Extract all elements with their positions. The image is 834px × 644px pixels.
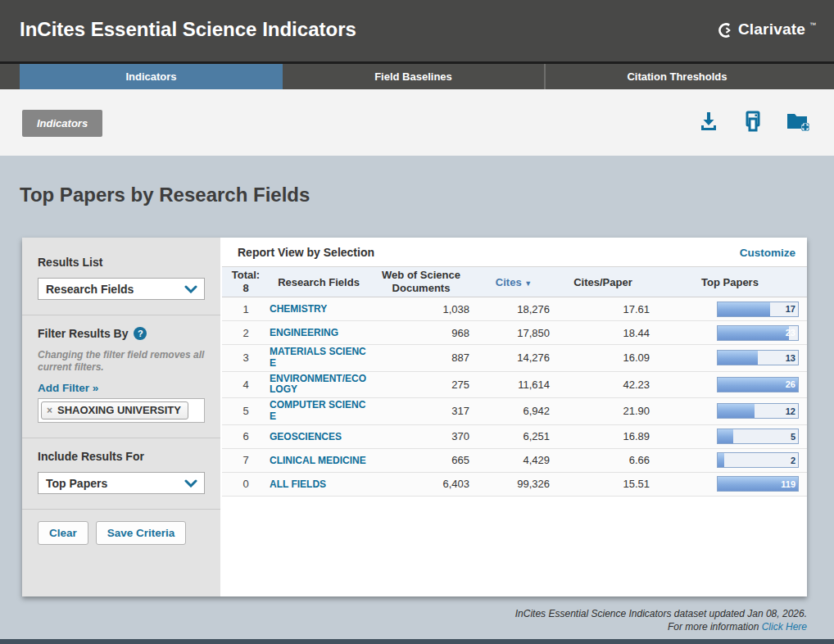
page-title: Top Papers by Research Fields <box>20 184 310 206</box>
wos-documents-value: 317 <box>368 405 474 417</box>
filter-tag: × SHAOXING UNIVERSITY <box>41 401 188 420</box>
cites-per-paper-value: 16.09 <box>553 351 653 364</box>
top-papers-bar: 13 <box>717 350 799 365</box>
click-here-link[interactable]: Click Here <box>762 621 807 633</box>
row-rank: 0 <box>222 478 270 490</box>
row-rank: 7 <box>222 454 270 466</box>
toolbar-actions <box>696 109 809 134</box>
results-list-label: Results List <box>38 256 205 269</box>
cites-value: 11,614 <box>474 379 553 391</box>
save-criteria-button[interactable]: Save Criteria <box>96 521 187 545</box>
research-field-link[interactable]: CLINICAL MEDICINE <box>270 456 366 467</box>
include-results-label: Include Results For <box>38 450 205 463</box>
remove-filter-icon[interactable]: × <box>47 406 52 415</box>
breadcrumb-indicators[interactable]: Indicators <box>22 110 102 137</box>
top-papers-bar-fill <box>718 326 789 340</box>
cites-value: 14,276 <box>474 351 553 364</box>
research-field-link[interactable]: MATERIALS SCIENCE <box>270 347 368 370</box>
wos-documents-value: 275 <box>368 379 474 391</box>
dataset-updated-text: InCites Essential Science Indicators dat… <box>515 607 807 620</box>
research-field-link[interactable]: ALL FIELDS <box>270 479 326 491</box>
top-papers-bar: 17 <box>717 302 799 317</box>
tab-indicators[interactable]: Indicators <box>20 64 283 89</box>
table-row: 2 ENGINEERING 968 17,850 18.44 23 <box>222 321 807 345</box>
top-papers-value: 5 <box>791 432 795 442</box>
top-papers-value: 23 <box>786 328 795 338</box>
active-filters-box: × SHAOXING UNIVERSITY <box>38 398 205 423</box>
table-row: 3 MATERIALS SCIENCE 887 14,276 16.09 13 <box>222 345 807 372</box>
row-rank: 3 <box>222 351 270 364</box>
column-wos-documents: Web of Science Documents <box>368 269 474 296</box>
content-card: Results List Research Fields Filter Resu… <box>22 238 807 596</box>
top-papers-bar: 23 <box>717 325 799 341</box>
column-research-fields: Research Fields <box>270 276 368 288</box>
app-title: InCites Essential Science Indicators <box>20 18 356 41</box>
filter-section: Filter Results By ? Changing the filter … <box>22 315 220 438</box>
cites-per-paper-value: 6.66 <box>553 454 653 466</box>
clear-button[interactable]: Clear <box>38 521 88 545</box>
app-header: InCites Essential Science Indicators Cla… <box>0 0 834 61</box>
top-papers-bar: 12 <box>717 403 799 419</box>
filter-sidebar: Results List Research Fields Filter Resu… <box>22 238 222 596</box>
table-row: 0 ALL FIELDS 6,403 99,326 15.51 119 <box>222 473 807 497</box>
research-field-link[interactable]: ENVIRONMENT/ECOLOGY <box>270 374 368 397</box>
include-results-select[interactable]: Top Papers <box>38 472 205 494</box>
column-top-papers: Top Papers <box>653 276 807 288</box>
top-papers-bar-fill <box>718 429 733 443</box>
tab-citation-thresholds[interactable]: Citation Thresholds <box>546 64 809 89</box>
results-list-selected: Research Fields <box>46 283 134 296</box>
table-row: 1 CHEMISTRY 1,038 18,276 17.61 17 <box>222 297 807 321</box>
column-cites-per-paper: Cites/Paper <box>553 276 653 288</box>
top-papers-bar: 2 <box>717 452 799 468</box>
top-papers-value: 2 <box>791 456 795 465</box>
wos-documents-value: 968 <box>368 327 474 339</box>
cites-value: 4,429 <box>474 454 553 466</box>
top-papers-bar-fill <box>718 302 770 316</box>
filter-tag-label: SHAOXING UNIVERSITY <box>57 404 181 416</box>
sort-desc-icon: ▼ <box>524 279 532 288</box>
top-papers-bar: 119 <box>717 476 799 492</box>
bottom-strip <box>0 639 834 644</box>
row-rank: 2 <box>222 327 270 339</box>
column-cites-sortable[interactable]: Cites ▼ <box>474 276 553 288</box>
cites-per-paper-value: 16.89 <box>553 430 653 442</box>
cites-value: 6,942 <box>474 405 553 417</box>
customize-link[interactable]: Customize <box>740 247 795 259</box>
row-rank: 1 <box>222 303 270 315</box>
research-field-link[interactable]: GEOSCIENCES <box>270 432 342 443</box>
clarivate-logo: Clarivate ™ <box>718 20 816 42</box>
row-rank: 5 <box>222 405 270 417</box>
top-papers-bar-fill <box>718 404 755 418</box>
results-list-section: Results List Research Fields <box>22 238 220 315</box>
cites-per-paper-value: 21.90 <box>553 405 653 417</box>
help-icon[interactable]: ? <box>134 327 147 340</box>
toolbar: Indicators <box>0 89 834 156</box>
top-papers-value: 13 <box>786 353 795 363</box>
research-field-link[interactable]: CHEMISTRY <box>270 304 327 315</box>
wos-documents-value: 6,403 <box>368 478 474 490</box>
top-papers-bar: 5 <box>717 429 799 444</box>
download-icon[interactable] <box>696 109 721 134</box>
folder-add-icon[interactable] <box>785 109 809 134</box>
research-field-link[interactable]: ENGINEERING <box>270 328 338 339</box>
wos-documents-value: 370 <box>368 430 474 442</box>
criteria-buttons-section: Clear Save Criteria <box>22 509 220 560</box>
dataset-footer: InCites Essential Science Indicators dat… <box>515 607 807 633</box>
research-field-link[interactable]: COMPUTER SCIENCE <box>270 400 368 423</box>
report-view-title: Report View by Selection <box>238 246 374 259</box>
cites-per-paper-value: 17.61 <box>553 303 653 315</box>
more-info-text: For more information <box>668 621 759 633</box>
cites-value: 99,326 <box>474 478 553 490</box>
print-icon[interactable] <box>741 109 765 134</box>
table-row: 4 ENVIRONMENT/ECOLOGY 275 11,614 42.23 2… <box>222 372 807 399</box>
brand-name: Clarivate <box>738 20 805 39</box>
report-table-area: Report View by Selection Customize Total… <box>222 238 807 596</box>
tab-field-baselines[interactable]: Field Baselines <box>283 64 546 89</box>
table-body: 1 CHEMISTRY 1,038 18,276 17.61 17 2 ENGI… <box>222 297 807 497</box>
table-row: 6 GEOSCIENCES 370 6,251 16.89 5 <box>222 425 807 449</box>
add-filter-link[interactable]: Add Filter » <box>38 382 98 394</box>
chevron-down-icon <box>184 477 197 490</box>
top-papers-bar-fill <box>718 351 758 365</box>
results-list-select[interactable]: Research Fields <box>38 278 205 300</box>
row-rank: 6 <box>222 430 270 442</box>
